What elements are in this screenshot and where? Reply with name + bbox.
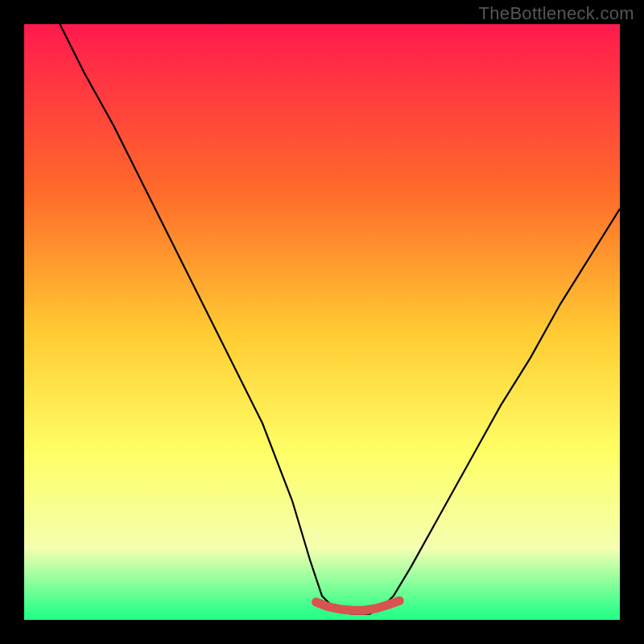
gradient-background xyxy=(24,24,620,620)
bottleneck-chart xyxy=(24,24,620,620)
chart-area xyxy=(24,24,620,620)
watermark-text: TheBottleneck.com xyxy=(479,3,634,24)
